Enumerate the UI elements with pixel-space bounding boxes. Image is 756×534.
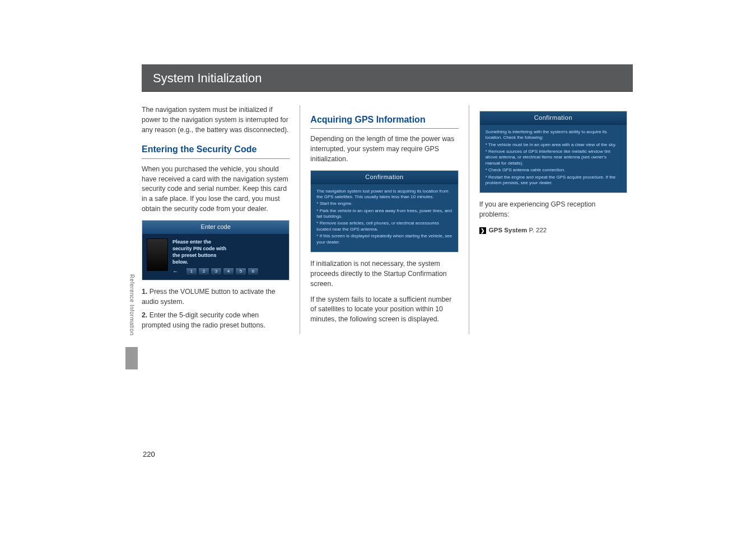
preset-button: 1 (186, 268, 197, 275)
link-page: P. 222 (527, 227, 547, 233)
preset-button: 2 (198, 268, 209, 275)
side-tab-decoration (125, 347, 138, 369)
heading-security-code: Entering the Security Code (142, 143, 290, 158)
column-2: Acquiring GPS Information Depending on t… (300, 105, 469, 334)
confirmation-screenshot-2: Confirmation Something is interfering wi… (479, 111, 627, 193)
enter-code-line: below. (172, 259, 188, 265)
confirmation-line: * Park the vehicle in an open area away … (316, 208, 452, 220)
confirmation-body: Something is interfering with the system… (480, 125, 627, 193)
gps-para-3: If the system fails to locate a sufficie… (310, 295, 458, 325)
confirmation-screenshot-1: Confirmation The navigation system lost … (310, 170, 458, 252)
confirmation-line: * Restart the engine and repeat the GPS … (486, 175, 621, 186)
link-label: GPS System (489, 227, 527, 233)
column-1: The navigation system must be initialize… (142, 105, 300, 334)
confirmation-body: The navigation system lost power and is … (311, 184, 458, 252)
enter-code-line: Please enter the (172, 239, 211, 245)
gps-para-1: Depending on the length of time the powe… (310, 134, 458, 164)
enter-code-screenshot: Enter code Please enter the security PIN… (142, 220, 290, 281)
cross-reference: ❯ GPS System P. 222 (479, 226, 627, 235)
column-3: Confirmation Something is interfering wi… (469, 105, 627, 334)
page-number: 220 (143, 450, 155, 458)
enter-code-title: Enter code (142, 221, 289, 234)
step-number: 1. (142, 288, 147, 296)
confirmation-line: Something is interfering with the system… (486, 129, 621, 141)
preset-button: 6 (248, 268, 259, 275)
arrow-icon: ← (172, 268, 178, 276)
preset-button: 5 (235, 268, 246, 275)
side-section-label: Reference Information (129, 274, 135, 335)
step-number: 2. (142, 311, 147, 319)
intro-text: The navigation system must be initialize… (142, 105, 290, 135)
content-columns: The navigation system must be initialize… (142, 105, 627, 334)
confirmation-line: * Remove loose articles, cell phones, or… (316, 221, 452, 232)
step-text: Enter the 5-digit security code when pro… (142, 311, 265, 329)
confirmation-title: Confirmation (480, 111, 627, 125)
confirmation-line: * Check GPS antenna cable connection. (486, 167, 621, 173)
device-illustration (147, 238, 168, 271)
link-icon: ❯ (479, 227, 486, 234)
enter-code-text: Please enter the security PIN code with … (172, 238, 284, 266)
confirmation-line: The navigation system lost power and is … (316, 189, 452, 200)
page-title: System Initialization (142, 64, 633, 92)
preset-button: 3 (211, 268, 222, 275)
step-text: Press the VOLUME button to activate the … (142, 288, 276, 306)
preset-buttons-row: 1 2 3 4 5 6 (186, 268, 259, 275)
security-code-para: When you purchased the vehicle, you shou… (142, 165, 290, 214)
step-1: 1. Press the VOLUME button to activate t… (142, 287, 290, 307)
preset-button: 4 (223, 268, 234, 275)
confirmation-line: * Remove sources of GPS interference lik… (486, 149, 621, 166)
confirmation-line: * If this screen is displayed repeatedly… (316, 233, 452, 245)
heading-gps-info: Acquiring GPS Information (310, 113, 458, 129)
confirmation-title: Confirmation (311, 171, 458, 184)
enter-code-line: security PIN code with (172, 246, 226, 251)
gps-problems-para: If you are experiencing GPS reception pr… (479, 200, 627, 220)
enter-code-line: the preset buttons (172, 252, 217, 258)
step-2: 2. Enter the 5-digit security code when … (142, 311, 290, 331)
confirmation-line: * The vehicle must be in an open area wi… (486, 142, 621, 148)
confirmation-line: * Start the engine. (316, 201, 452, 207)
gps-para-2: If initialization is not necessary, the … (310, 259, 458, 289)
